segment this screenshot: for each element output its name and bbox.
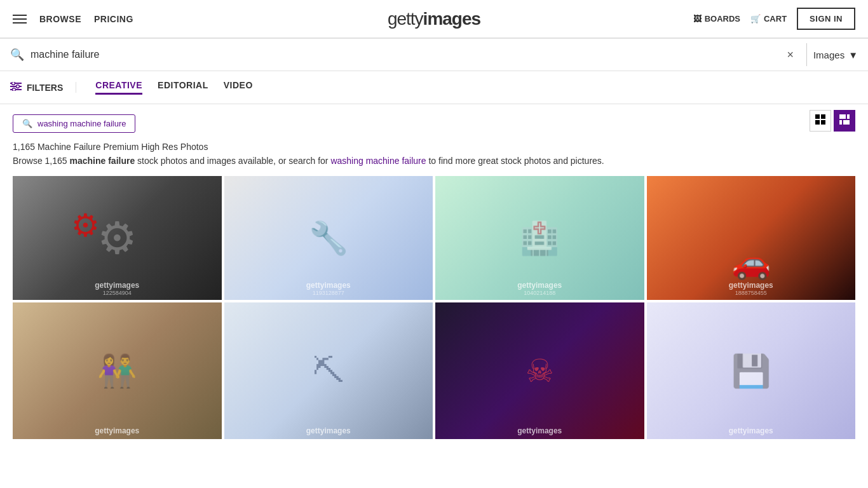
cart-icon: 🛒 [750, 14, 761, 24]
search-input[interactable] [31, 49, 787, 60]
content-area: 🔍 washing machine failure [0, 104, 868, 449]
view-controls [810, 110, 855, 132]
logo[interactable]: gettyimages [388, 9, 480, 29]
search-divider [806, 43, 807, 66]
results-header: 1,165 Machine Failure Premium High Res P… [13, 142, 855, 176]
chevron-down-icon: ▼ [848, 50, 858, 60]
image-grid-row1: ⚙ ⚙ gettyimages 122584904 🔧 gettyimages … [13, 176, 855, 300]
tab-creative[interactable]: CREATIVE [95, 80, 142, 95]
header-right: 🖼 BOARDS 🛒 CART SIGN IN [693, 8, 855, 30]
boards-label: BOARDS [705, 14, 740, 24]
watermark-4: gettyimages 1888758455 [729, 281, 773, 296]
suggested-tag[interactable]: 🔍 washing machine failure [13, 114, 135, 133]
results-count-text: 1,165 Machine Failure Premium High Res P… [13, 142, 855, 152]
logo-light: getty [388, 9, 423, 29]
watermark-3: gettyimages 1040214188 [517, 281, 562, 296]
search-icon: 🔍 [10, 48, 24, 62]
desc-prefix: Browse 1,165 [13, 156, 67, 166]
watermark-7: gettyimages [517, 426, 562, 435]
clear-search-icon[interactable]: × [787, 48, 794, 62]
filters-label: FILTERS [27, 83, 63, 93]
svg-rect-11 [847, 114, 850, 119]
boards-link[interactable]: 🖼 BOARDS [693, 14, 740, 24]
svg-point-4 [17, 85, 20, 88]
svg-rect-8 [815, 120, 820, 125]
svg-rect-9 [821, 120, 825, 125]
svg-rect-7 [821, 114, 825, 119]
image-type-label: Images [813, 50, 844, 60]
results-description: Browse 1,165 machine failure stock photo… [13, 156, 855, 166]
pricing-link[interactable]: PRICING [94, 14, 133, 24]
filter-bar: FILTERS CREATIVE EDITORIAL VIDEO [0, 71, 868, 104]
header-nav: BROWSE PRICING [39, 14, 133, 24]
results-count: 1,165 [13, 142, 35, 152]
image-card-7[interactable]: ☠ gettyimages [435, 302, 644, 439]
image-card-4[interactable]: 🚗 gettyimages 1888758455 [647, 176, 856, 300]
image-card-3[interactable]: 🏥 gettyimages 1040214188 [435, 176, 644, 300]
mosaic-icon [839, 114, 850, 127]
cart-label: CART [764, 14, 787, 24]
tab-editorial[interactable]: EDITORIAL [158, 80, 208, 95]
svg-rect-10 [839, 114, 846, 119]
watermark-8: gettyimages [729, 426, 773, 435]
desc-link[interactable]: washing machine failure [330, 156, 426, 166]
header-left: BROWSE PRICING [13, 14, 133, 24]
svg-rect-13 [843, 120, 850, 125]
hamburger-menu[interactable] [13, 15, 27, 24]
watermark-6: gettyimages [306, 426, 351, 435]
logo-bold: images [423, 9, 481, 29]
desc-mid: stock photos and images available, or se… [137, 156, 330, 166]
watermark-1: gettyimages 122584904 [95, 281, 139, 296]
filter-tabs: CREATIVE EDITORIAL VIDEO [95, 80, 253, 95]
image-type-selector[interactable]: Images ▼ [813, 50, 858, 60]
image-card-8[interactable]: 💾 gettyimages [647, 302, 856, 439]
cart-link[interactable]: 🛒 CART [750, 14, 787, 24]
watermark-2: gettyimages 1193128877 [306, 281, 351, 296]
filter-icon [10, 82, 22, 93]
search-bar: 🔍 × Images ▼ [0, 38, 868, 71]
mosaic-view-button[interactable] [834, 110, 855, 132]
image-card-6[interactable]: ⛏ gettyimages [224, 302, 433, 439]
desc-suffix: to find more great stock photos and pict… [428, 156, 604, 166]
tab-video[interactable]: VIDEO [224, 80, 253, 95]
grid-icon [815, 114, 825, 127]
image-card-5[interactable]: 👫 gettyimages [13, 302, 222, 439]
suggested-tag-label: washing machine failure [37, 119, 126, 128]
image-card-2[interactable]: 🔧 gettyimages 1193128877 [224, 176, 433, 300]
svg-rect-12 [839, 120, 842, 125]
results-title: Machine Failure Premium High Res Photos [37, 142, 208, 152]
image-grid-row2: 👫 gettyimages ⛏ gettyimages ☠ gettyimage… [13, 302, 855, 439]
image-card-1[interactable]: ⚙ ⚙ gettyimages 122584904 [13, 176, 222, 300]
boards-icon: 🖼 [693, 14, 702, 24]
desc-bold: machine failure [70, 156, 135, 166]
svg-point-5 [13, 88, 16, 92]
svg-rect-6 [815, 114, 820, 119]
suggested-tag-search-icon: 🔍 [22, 119, 32, 128]
sign-in-button[interactable]: SIGN IN [797, 8, 855, 30]
svg-point-3 [12, 82, 15, 85]
header: BROWSE PRICING gettyimages 🖼 BOARDS 🛒 CA… [0, 0, 868, 38]
filters-button[interactable]: FILTERS [10, 82, 76, 93]
grid-view-button[interactable] [810, 110, 831, 132]
browse-link[interactable]: BROWSE [39, 14, 81, 24]
watermark-5: gettyimages [95, 426, 139, 435]
